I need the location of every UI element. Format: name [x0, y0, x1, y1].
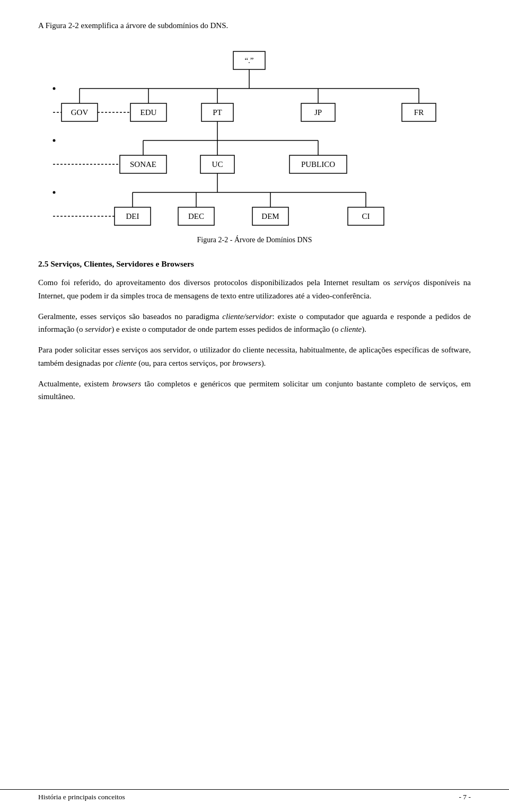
- svg-text:FR: FR: [414, 108, 424, 117]
- svg-text:DEI: DEI: [126, 212, 139, 220]
- svg-text:“.”: “.”: [244, 56, 253, 65]
- diagram-container: “.” GOV EDU PT JP FR: [38, 46, 471, 226]
- para2-after2: ) e existe o computador de onde partem e…: [111, 325, 340, 333]
- para2-after3: ).: [362, 325, 366, 333]
- para3-italic1: cliente: [115, 359, 136, 367]
- footer: História e principais conceitos - 7 -: [0, 789, 509, 801]
- para1-text: Como foi referido, do aproveitamento dos…: [38, 278, 471, 300]
- svg-point-50: [53, 191, 56, 194]
- figure-caption: Figura 2-2 - Árvore de Domínios DNS: [38, 236, 471, 244]
- svg-text:SONAE: SONAE: [130, 160, 156, 169]
- svg-point-49: [53, 139, 56, 142]
- svg-text:DEC: DEC: [188, 212, 204, 220]
- paragraph-3: Para poder solicitar esses serviços aos …: [38, 343, 471, 370]
- footer-left: História e principais conceitos: [38, 793, 125, 801]
- svg-text:GOV: GOV: [71, 108, 89, 117]
- para4-before1: Actualmente, existem: [38, 379, 112, 388]
- para4-italic1: browsers: [112, 379, 141, 388]
- page: A Figura 2-2 exemplifica a árvore de sub…: [0, 0, 509, 812]
- svg-point-48: [53, 87, 56, 90]
- paragraph-2: Geralmente, esses serviços são baseados …: [38, 310, 471, 337]
- svg-text:PT: PT: [213, 108, 222, 117]
- para2-italic3: cliente: [340, 325, 362, 333]
- intro-text: A Figura 2-2 exemplifica a árvore de sub…: [38, 21, 471, 30]
- paragraph-4: Actualmente, existem browsers tão comple…: [38, 377, 471, 404]
- svg-text:PUBLICO: PUBLICO: [301, 160, 335, 169]
- para3-after2: ).: [261, 359, 266, 367]
- svg-text:JP: JP: [314, 108, 322, 117]
- paragraph-1: Como foi referido, do aproveitamento dos…: [38, 276, 471, 303]
- para2-italic1: cliente/servidor: [222, 312, 272, 321]
- svg-text:EDU: EDU: [141, 108, 157, 117]
- para2-italic2: servidor: [85, 325, 111, 333]
- footer-right: - 7 -: [459, 793, 471, 801]
- svg-text:DEM: DEM: [261, 212, 279, 220]
- dns-tree-diagram: “.” GOV EDU PT JP FR: [48, 46, 461, 226]
- para3-after1: (ou, para certos serviços, por: [136, 359, 232, 367]
- section-heading: 2.5 Serviços, Clientes, Servidores e Bro…: [38, 259, 471, 269]
- para3-italic2: browsers: [232, 359, 261, 367]
- para2-before1: Geralmente, esses serviços são baseados …: [38, 312, 222, 321]
- svg-text:UC: UC: [212, 160, 223, 169]
- svg-text:CI: CI: [362, 212, 370, 220]
